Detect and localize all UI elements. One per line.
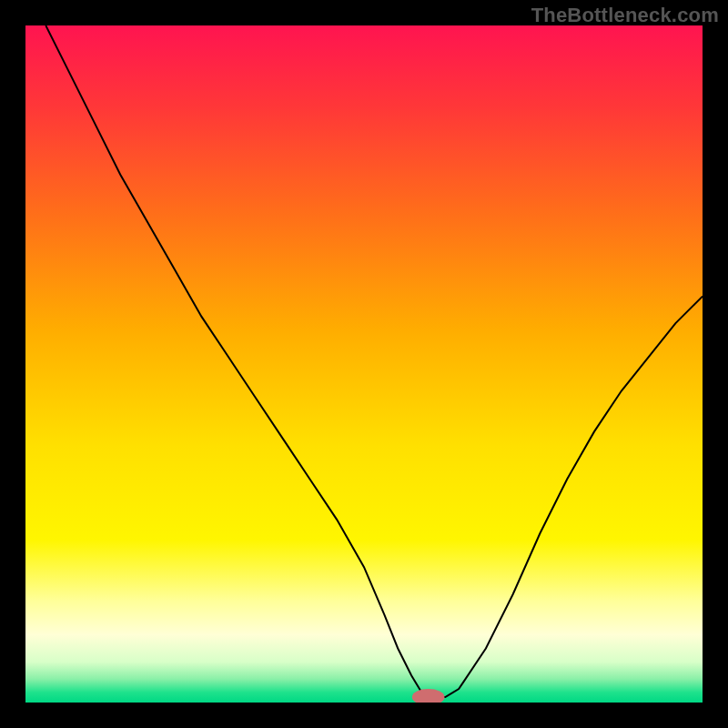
gradient-background xyxy=(25,25,703,703)
watermark-text: TheBottleneck.com xyxy=(531,4,719,27)
bottleneck-chart xyxy=(25,25,703,703)
plot-area xyxy=(25,25,703,703)
optimal-point-marker xyxy=(413,690,444,703)
chart-frame: TheBottleneck.com xyxy=(0,0,728,728)
